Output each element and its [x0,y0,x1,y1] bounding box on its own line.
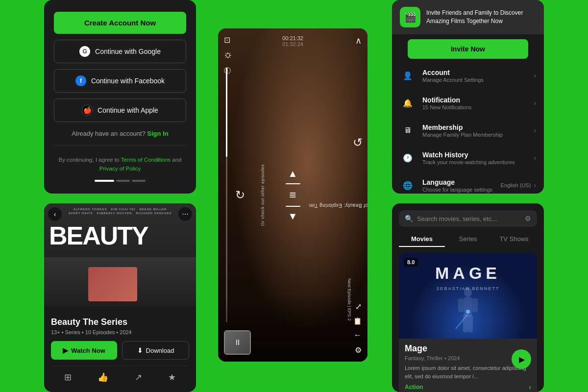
membership-icon: 🖥 [400,122,416,138]
share-button[interactable]: ↗ [131,370,146,385]
download-button[interactable]: ⬇ Download [122,341,189,360]
vol-line-bottom [286,206,300,207]
invite-btn-wrap: Invite Now [392,34,544,59]
invite-header: 🎬 Invite Friends and Family to Discover … [392,0,544,34]
vol-line-top [286,183,300,184]
featured-movie-card: Mage SEBASTIAN BENNETT 8.0 Mage Fantasy,… [399,253,537,392]
current-time: 00:21:32 [282,35,303,41]
movie-info: Beauty The Series 13+ • Series • 10 Epis… [44,311,196,391]
expand-icon[interactable]: ⤢ [355,302,362,311]
notification-title: Notification [422,96,527,104]
mage-title: Mage [435,264,501,283]
add-list-icon: ⊞ [64,372,72,383]
pause-icon[interactable]: ≡ [289,188,296,202]
bottom-settings-icon[interactable]: ⚙ [355,345,362,355]
menu-item-membership[interactable]: 🖥 Membership Manage Family Plan Membersh… [392,117,544,144]
create-account-button[interactable]: Create Account Now [54,12,186,34]
google-icon: G [79,46,90,57]
menu-item-account[interactable]: 👤 Account Manage Account Settings › [392,62,544,89]
history-right: › [534,154,536,162]
svg-rect-3 [472,298,478,312]
movie-title: Beauty The Series [51,317,189,327]
action-buttons: ▶ Watch Now ⬇ Download [51,341,189,360]
video-title-vertical: EPS 1 | The Art of Beauty: Exploring Tim… [309,203,368,208]
tab-tv-shows[interactable]: TV Shows [491,232,537,247]
menu-item-watch-history[interactable]: 🕐 Watch History Track your movie-watchin… [392,144,544,172]
like-button[interactable]: 👍 [94,370,112,385]
history-icon: 🕐 [400,150,416,166]
add-list-button[interactable]: ⊞ [60,370,75,385]
poster-thumbnail [88,267,137,301]
invite-icon-box: 🎬 [400,7,420,27]
sign-in-link[interactable]: Sign In [147,130,168,137]
play-button-overlay[interactable]: ▶ [512,349,531,369]
watch-now-button[interactable]: ▶ Watch Now [51,341,117,360]
movie-detail-panel: ALFREDO TORRES KIM CHIU YEI REESE MILLER… [44,203,196,392]
collapse-icon[interactable]: ∧ [355,35,362,46]
like-icon: 👍 [98,372,108,383]
back-button[interactable]: ‹ [48,207,62,221]
progress-bar[interactable] [226,68,227,322]
card-description: Lorem ipsum dolor sit amet, consectetur … [405,364,531,380]
svg-rect-2 [458,298,464,312]
account-icon: 👤 [400,68,416,83]
continue-apple-button[interactable]: 🍎 Continue with Apple [54,98,186,122]
chevron-right-icon: › [534,72,536,79]
video-player-panel: ⊡ ⛭ ⓘ 00:21:32 01:32:24 ∧ Or check out o… [218,28,368,362]
progress-fill [226,68,227,157]
filter-icon[interactable]: ⚙ [525,215,531,222]
menu-items: 👤 Account Manage Account Settings › 🔔 No… [392,59,544,194]
search-input[interactable]: Search movies, series, etc... [417,215,521,222]
video-top-bar: ⊡ ⛭ ⓘ 00:21:32 01:32:24 ∧ [218,28,368,82]
play-triangle-icon: ▶ [519,355,525,364]
total-time: 01:32:24 [282,41,303,47]
settings-icon: ⛭ [224,50,233,61]
continue-google-button[interactable]: G Continue with Google [54,40,186,63]
language-sub: Choose for language settings [422,187,494,193]
continue-facebook-button[interactable]: f Continue with Facebook [54,69,186,93]
svg-point-7 [466,310,470,314]
browse-panel: 🔍 Search movies, series, etc... ⚙ Movies… [392,203,544,392]
account-sub: Manage Account Settings [422,77,527,83]
language-icon: 🌐 [400,177,416,193]
menu-panel: 🎬 Invite Friends and Family to Discover … [392,0,544,194]
terms-link[interactable]: Terms of Conditions [121,157,171,163]
invite-now-button[interactable]: Invite Now [408,39,528,59]
dot-2 [116,180,130,182]
info-icon: ⓘ [224,67,233,75]
watch-history-text: Watch History Track your movie-watching … [422,151,527,165]
account-text: Account Manage Account Settings [422,69,527,83]
language-text: Language Choose for language settings [422,178,494,193]
skip-forward-button[interactable]: ↺ [353,136,363,149]
search-icon: 🔍 [405,215,413,222]
tab-series[interactable]: Series [445,232,491,247]
share-icon: ↗ [135,372,142,383]
membership-title: Membership [422,123,527,131]
dot-3 [132,180,146,182]
menu-item-notification[interactable]: 🔔 Notification 15 New Notifications › [392,89,544,117]
membership-text: Membership Manage Family Plan Membership [422,123,527,138]
card-title: Mage [405,343,531,354]
next-episode-text: Next Episode | EPS 2 [347,278,352,320]
search-bar[interactable]: 🔍 Search movies, series, etc... ⚙ [399,210,537,227]
tab-movies[interactable]: Movies [399,232,445,247]
thumbnail-preview: ⏸ [224,330,251,355]
menu-item-language[interactable]: 🌐 Language Choose for language settings … [392,172,544,194]
chevron-right-icon-5: › [534,181,536,189]
play-icon: ▶ [63,346,68,354]
card-footer: Action › [405,383,531,391]
card-chevron[interactable]: › [529,383,531,391]
bookmark-button[interactable]: ★ [164,370,180,385]
watch-history-title: Watch History [422,151,527,159]
svg-rect-4 [463,315,468,332]
watch-history-sub: Track your movie-watching adventures [422,159,527,165]
privacy-link[interactable]: Privacy of Policy [99,166,141,172]
cast-text: ALFREDO TORRES KIM CHIU YEI REESE MILLER… [48,207,192,216]
arrow-left-icon[interactable]: ← [354,331,362,340]
more-button[interactable]: ··· [178,207,192,221]
card-image: Mage SEBASTIAN BENNETT 8.0 [399,253,537,339]
divider [54,145,186,146]
volume-up-indicator: ▲ [288,168,298,179]
time-display: 00:21:32 01:32:24 [282,35,303,47]
skip-backward-button[interactable]: ↻ [235,188,245,202]
